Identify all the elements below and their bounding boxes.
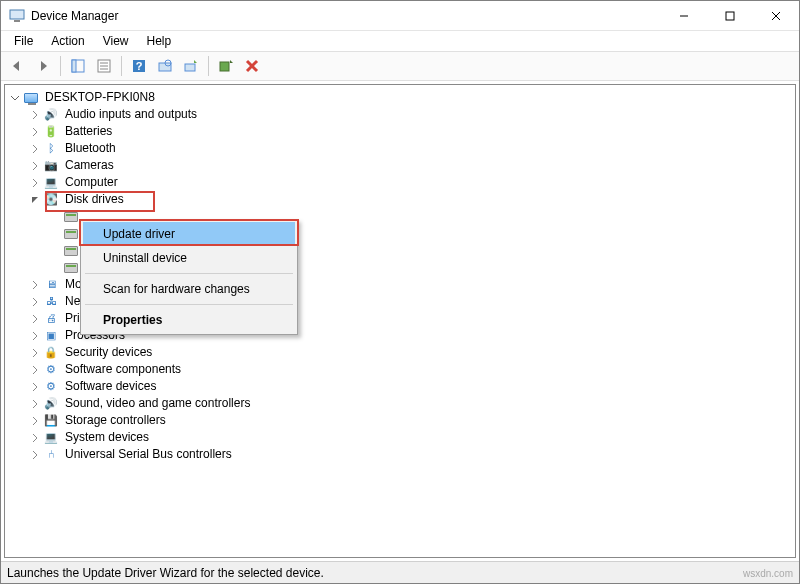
category-icon: ⑃ — [43, 447, 59, 463]
tree-category[interactable]: ⚙Software components — [5, 361, 795, 378]
menu-action[interactable]: Action — [42, 33, 93, 49]
status-bar: Launches the Update Driver Wizard for th… — [1, 561, 799, 583]
expand-icon[interactable] — [29, 296, 41, 308]
back-button[interactable] — [5, 54, 29, 78]
update-driver-button[interactable] — [179, 54, 203, 78]
expand-icon[interactable] — [29, 330, 41, 342]
expand-icon[interactable] — [29, 126, 41, 138]
forward-button[interactable] — [31, 54, 55, 78]
category-label: Bluetooth — [63, 140, 118, 157]
menu-help[interactable]: Help — [138, 33, 181, 49]
menu-file[interactable]: File — [5, 33, 42, 49]
menu-bar: File Action View Help — [1, 31, 799, 51]
properties-button[interactable] — [92, 54, 116, 78]
title-bar: Device Manager — [1, 1, 799, 31]
category-icon: 🔒 — [43, 345, 59, 361]
expand-icon[interactable] — [29, 415, 41, 427]
tree-category[interactable]: ⑃Universal Serial Bus controllers — [5, 446, 795, 463]
category-label: Sound, video and game controllers — [63, 395, 252, 412]
category-icon: 🖨 — [43, 311, 59, 327]
expand-icon[interactable] — [29, 432, 41, 444]
tree-category[interactable]: 📷Cameras — [5, 157, 795, 174]
close-button[interactable] — [753, 1, 799, 31]
uninstall-button[interactable] — [240, 54, 264, 78]
minimize-button[interactable] — [661, 1, 707, 31]
expand-icon[interactable] — [29, 347, 41, 359]
svg-rect-0 — [10, 10, 24, 19]
status-text: Launches the Update Driver Wizard for th… — [7, 566, 324, 580]
help-button[interactable]: ? — [127, 54, 151, 78]
context-menu-item[interactable]: Update driver — [83, 222, 295, 246]
expand-icon[interactable] — [29, 177, 41, 189]
tree-root-label: DESKTOP-FPKI0N8 — [43, 89, 157, 106]
menu-view[interactable]: View — [94, 33, 138, 49]
svg-text:?: ? — [136, 60, 143, 72]
device-manager-window: Device Manager File Action View Help ? D… — [0, 0, 800, 584]
category-icon: 💾 — [43, 413, 59, 429]
category-icon: 🖧 — [43, 294, 59, 310]
expand-icon[interactable] — [9, 92, 21, 104]
expand-icon[interactable] — [29, 313, 41, 325]
expand-icon[interactable] — [29, 160, 41, 172]
category-label: System devices — [63, 429, 151, 446]
svg-rect-17 — [220, 62, 229, 71]
enable-device-button[interactable] — [214, 54, 238, 78]
show-hide-tree-button[interactable] — [66, 54, 90, 78]
expand-icon[interactable] — [29, 143, 41, 155]
expand-icon[interactable] — [29, 194, 41, 206]
category-icon: 💻 — [43, 175, 59, 191]
category-icon: 🔋 — [43, 124, 59, 140]
expand-icon[interactable] — [29, 398, 41, 410]
toolbar-sep — [121, 56, 122, 76]
category-icon: ⚙ — [43, 379, 59, 395]
app-icon — [9, 8, 25, 24]
category-icon: ᛒ — [43, 141, 59, 157]
context-menu: Update driverUninstall deviceScan for ha… — [80, 219, 298, 335]
context-menu-item[interactable]: Scan for hardware changes — [83, 277, 295, 301]
tree-category[interactable]: ⚙Software devices — [5, 378, 795, 395]
category-icon: 🖥 — [43, 277, 59, 293]
category-label: Universal Serial Bus controllers — [63, 446, 234, 463]
computer-icon — [23, 90, 39, 106]
expand-icon[interactable] — [29, 109, 41, 121]
svg-rect-16 — [185, 64, 195, 71]
toolbar-sep — [60, 56, 61, 76]
category-label: Storage controllers — [63, 412, 168, 429]
toolbar-sep — [208, 56, 209, 76]
svg-rect-3 — [726, 12, 734, 20]
window-title: Device Manager — [31, 9, 661, 23]
tree-category[interactable]: 🔒Security devices — [5, 344, 795, 361]
scan-hardware-button[interactable] — [153, 54, 177, 78]
tree-category[interactable]: 🔋Batteries — [5, 123, 795, 140]
svg-rect-1 — [14, 20, 20, 22]
context-menu-item[interactable]: Properties — [83, 308, 295, 332]
tree-category[interactable]: ᛒBluetooth — [5, 140, 795, 157]
tree-category[interactable]: 💻Computer — [5, 174, 795, 191]
tree-category[interactable]: 🔊Audio inputs and outputs — [5, 106, 795, 123]
category-label: Software devices — [63, 378, 158, 395]
tree-category[interactable]: 💽Disk drives — [5, 191, 795, 208]
watermark: wsxdn.com — [743, 568, 793, 579]
category-icon: 💽 — [43, 192, 59, 208]
maximize-button[interactable] — [707, 1, 753, 31]
expand-icon[interactable] — [29, 449, 41, 461]
tree-category[interactable]: 💻System devices — [5, 429, 795, 446]
toolbar: ? — [1, 51, 799, 81]
category-label: Audio inputs and outputs — [63, 106, 199, 123]
expand-icon[interactable] — [29, 381, 41, 393]
category-label: Security devices — [63, 344, 154, 361]
context-menu-item[interactable]: Uninstall device — [83, 246, 295, 270]
expand-icon[interactable] — [29, 364, 41, 376]
disk-icon — [63, 209, 79, 225]
category-icon: ▣ — [43, 328, 59, 344]
svg-rect-7 — [72, 60, 76, 72]
tree-category[interactable]: 💾Storage controllers — [5, 412, 795, 429]
disk-icon — [63, 226, 79, 242]
category-icon: 🔊 — [43, 107, 59, 123]
expand-icon[interactable] — [29, 279, 41, 291]
category-label: Cameras — [63, 157, 116, 174]
category-label: Software components — [63, 361, 183, 378]
tree-category[interactable]: 🔊Sound, video and game controllers — [5, 395, 795, 412]
category-icon: 💻 — [43, 430, 59, 446]
tree-root[interactable]: DESKTOP-FPKI0N8 — [5, 89, 795, 106]
